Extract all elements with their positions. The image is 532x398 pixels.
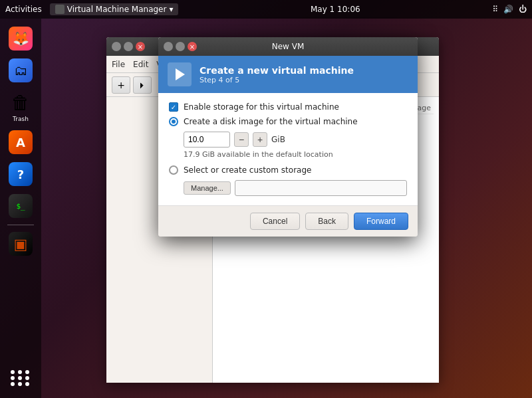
custom-storage-radio[interactable] [169, 165, 178, 175]
taskbar-datetime: May 1 10:06 [311, 5, 360, 14]
enable-storage-row: Enable storage for this virtual machine [169, 102, 407, 112]
dialog-body: Enable storage for this virtual machine … [158, 93, 418, 205]
menu-file[interactable]: File [112, 60, 125, 69]
create-disk-label: Create a disk image for the virtual mach… [184, 117, 358, 126]
trash-icon: 🗑 [9, 90, 33, 114]
dock-separator [7, 225, 34, 225]
svg-marker-0 [176, 68, 185, 80]
vm-taskbar-label: Virtual Machine Manager [67, 5, 167, 14]
dock-item-firefox[interactable]: 🦊 [4, 24, 37, 53]
dock-item-terminal[interactable]: $_ [4, 191, 37, 221]
dock-item-software[interactable]: A [4, 128, 37, 157]
menu-edit[interactable]: Edit [133, 60, 148, 69]
enable-storage-label: Enable storage for this virtual machine [184, 102, 339, 112]
decrease-size-btn[interactable]: − [234, 132, 249, 147]
new-vm-dialog: × New VM Create a new virtual machine St… [158, 37, 418, 237]
network-icon: ⠿ [492, 5, 498, 14]
terminal-icon: $_ [9, 194, 33, 218]
cancel-button[interactable]: Cancel [250, 213, 300, 230]
dock-item-vm-app[interactable]: ▣ [4, 229, 37, 258]
vm-taskbar-arrow: ▾ [169, 5, 173, 14]
trash-label: Trash [13, 116, 29, 122]
apps-grid-icon [4, 366, 37, 390]
dialog-maximize-btn[interactable] [176, 42, 185, 51]
create-disk-radio[interactable] [169, 117, 178, 126]
dialog-header: Create a new virtual machine Step 4 of 5 [158, 56, 418, 93]
dock-item-help[interactable]: ? [4, 159, 37, 189]
help-icon: ? [9, 162, 33, 186]
dialog-header-text: Create a new virtual machine Step 4 of 5 [200, 65, 354, 84]
apps-grid-dots [11, 370, 31, 386]
dock-item-trash[interactable]: 🗑 Trash [4, 88, 37, 125]
available-space-text: 17.9 GiB available in the default locati… [184, 150, 407, 159]
toolbar-open-btn[interactable]: ⏵ [133, 76, 152, 94]
dock: 🦊 🗂 🗑 Trash A ? $_ ▣ [0, 19, 41, 398]
dock-item-apps[interactable] [4, 363, 37, 393]
back-button[interactable]: Back [305, 213, 348, 230]
taskbar: Activities Virtual Machine Manager ▾ May… [0, 0, 532, 19]
dialog-minimize-btn[interactable] [164, 42, 173, 51]
dialog-header-icon [168, 62, 192, 86]
dialog-titlebar-buttons: × [164, 42, 197, 51]
dialog-footer: Cancel Back Forward [158, 205, 418, 237]
firefox-icon: 🦊 [9, 27, 33, 50]
bg-minimize-btn[interactable] [112, 42, 121, 51]
dialog-header-step: Step 4 of 5 [200, 76, 354, 84]
increase-size-btn[interactable]: + [253, 132, 267, 147]
storage-path-input[interactable] [235, 180, 407, 196]
dialog-title: New VM [197, 42, 379, 51]
vm-taskbar-icon [55, 5, 65, 14]
files-icon: 🗂 [9, 58, 33, 82]
custom-storage-row: Select or create custom storage [169, 165, 407, 175]
dock-item-files[interactable]: 🗂 [4, 56, 37, 85]
power-icon[interactable]: ⏻ [519, 5, 527, 14]
bg-maximize-btn[interactable] [124, 42, 133, 51]
vm-app-icon: ▣ [9, 232, 33, 256]
software-icon: A [9, 130, 33, 154]
forward-button[interactable]: Forward [354, 213, 408, 230]
bg-titlebar-buttons: × [112, 42, 145, 51]
bg-close-btn[interactable]: × [136, 42, 145, 51]
dialog-close-btn[interactable]: × [188, 42, 197, 51]
create-disk-row: Create a disk image for the virtual mach… [169, 117, 407, 126]
desktop: Activities Virtual Machine Manager ▾ May… [0, 0, 532, 398]
disk-size-row: − + GiB [184, 132, 407, 148]
activities-button[interactable]: Activities [5, 5, 42, 14]
manage-btn[interactable]: Manage... [184, 181, 231, 195]
dialog-header-title: Create a new virtual machine [200, 65, 354, 76]
volume-icon: 🔊 [503, 5, 513, 14]
custom-storage-inputs: Manage... [184, 180, 407, 196]
disk-size-unit: GiB [271, 135, 285, 144]
dialog-titlebar: × New VM [158, 37, 418, 56]
disk-size-input[interactable] [184, 132, 230, 148]
enable-storage-checkbox[interactable] [169, 102, 178, 112]
custom-storage-label: Select or create custom storage [184, 165, 311, 175]
toolbar-new-btn[interactable]: + [112, 76, 130, 94]
vm-manager-taskbar-item[interactable]: Virtual Machine Manager ▾ [50, 3, 179, 15]
